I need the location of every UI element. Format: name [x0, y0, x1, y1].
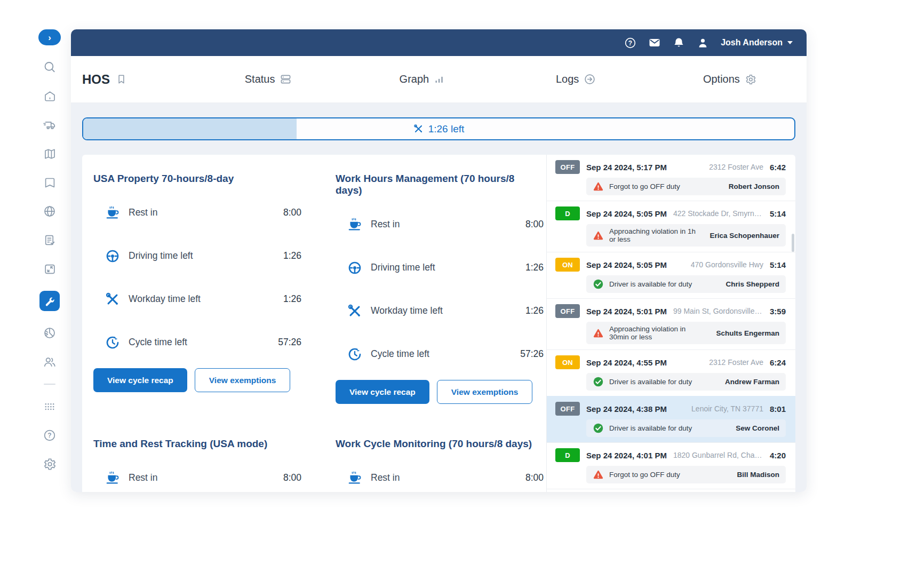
- metric-row: Rest in 8:00: [336, 203, 544, 246]
- card-title: Time and Rest Tracking (USA mode): [93, 438, 301, 450]
- sidebar-document-check-icon[interactable]: [43, 233, 57, 247]
- check-icon: [593, 423, 604, 434]
- user-icon[interactable]: [697, 37, 709, 49]
- driver-name: Robert Jonson: [723, 182, 779, 190]
- cup-icon: [105, 470, 121, 486]
- svg-text:?: ?: [47, 432, 51, 439]
- sidebar-collapse-icon[interactable]: [43, 262, 57, 276]
- user-name: Josh Anderson: [721, 38, 783, 47]
- page-title: HOS: [82, 72, 110, 87]
- time-left-text: 1:26 left: [428, 123, 465, 135]
- tab-label: Logs: [556, 73, 579, 85]
- card-work-hours: Work Hours Management (70 hours/8 days) …: [336, 165, 544, 404]
- activity-entry[interactable]: D Sep 24 2024, 4:01 PM 1820 Gunbarrel Rd…: [547, 442, 795, 489]
- activity-entry[interactable]: OFF Sep 24 2024, 5:01 PM 99 Main St, Gor…: [547, 298, 795, 349]
- entry-timestamp: Sep 24 2024, 4:55 PM: [586, 358, 667, 367]
- tab-label: Status: [245, 73, 275, 85]
- metric-label: Driving time left: [129, 250, 275, 261]
- sidebar-divider: [44, 384, 55, 385]
- sidebar-gear-icon[interactable]: [43, 457, 57, 471]
- app-window: ? Josh Anderson HOS: [71, 29, 807, 492]
- card-title: USA Property 70-hours/8-day: [93, 173, 301, 185]
- metric-value: 1:26: [283, 293, 301, 305]
- entry-timestamp: Sep 24 2024, 5:17 PM: [586, 163, 667, 172]
- bookmark-icon: [116, 74, 127, 85]
- gauge-label: 1:26 left: [83, 118, 794, 139]
- activity-entry[interactable]: D Sep 24 2024, 5:05 PM 422 Stockade Dr, …: [547, 201, 795, 252]
- metric-label: Workday time left: [129, 293, 275, 305]
- duty-status-badge: ON: [555, 258, 580, 272]
- sidebar-map-icon[interactable]: [43, 147, 57, 161]
- sidebar-search-icon[interactable]: [43, 60, 57, 74]
- tab-status[interactable]: Status: [192, 73, 345, 85]
- hos-cards: USA Property 70-hours/8-day Rest in 8:00…: [82, 155, 546, 492]
- tab-logs[interactable]: Logs: [499, 73, 653, 85]
- tab-graph[interactable]: Graph: [345, 73, 499, 85]
- scrollbar-thumb[interactable]: [792, 234, 794, 252]
- activity-entry[interactable]: OFF Sep 24 2024, 4:38 PM Lenoir City, TN…: [547, 396, 795, 442]
- sidebar-users-icon[interactable]: [43, 355, 57, 369]
- activity-entry[interactable]: ON Sep 24 2024, 4:55 PM 2312 Foster Ave …: [547, 349, 795, 396]
- metric-row: Driving time left 1:26: [336, 246, 544, 289]
- graph-icon: [434, 74, 445, 85]
- sidebar-globe-icon[interactable]: [43, 204, 57, 218]
- sidebar-bookmark-tab-icon[interactable]: [43, 176, 57, 189]
- user-menu[interactable]: Josh Anderson: [721, 38, 793, 47]
- tab-options[interactable]: Options: [653, 73, 807, 85]
- sidebar-wrench-icon[interactable]: [39, 291, 60, 311]
- view-cycle-recap-button[interactable]: View cycle recap: [93, 368, 187, 392]
- sidebar-help-icon[interactable]: ?: [43, 428, 57, 442]
- chevron-down-icon: [787, 41, 793, 44]
- metric-label: Cycle time left: [129, 337, 270, 348]
- metric-label: Workday time left: [371, 305, 517, 316]
- help-icon[interactable]: ?: [624, 37, 636, 49]
- sidebar-pie-chart-icon[interactable]: [43, 326, 57, 340]
- duty-status-badge: D: [555, 206, 580, 220]
- alert-text: Forgot to go OFF duty: [609, 182, 680, 190]
- duty-status-badge: OFF: [555, 402, 580, 416]
- driver-name: Bill Madison: [731, 471, 779, 479]
- entry-duration: 5:14: [770, 209, 786, 218]
- entry-alert: Forgot to go OFF duty Bill Madison: [586, 466, 786, 483]
- sidebar-home-icon[interactable]: [43, 89, 57, 103]
- metric-label: Cycle time left: [371, 348, 512, 360]
- alert-text: Approaching violation in 30min or less: [609, 325, 705, 341]
- card-title: Work Hours Management (70 hours/8 days): [336, 173, 544, 196]
- metric-value: 57:26: [520, 348, 544, 360]
- driver-name: Chris Shepperd: [720, 280, 779, 288]
- tab-label: Options: [703, 73, 740, 85]
- wheel-icon: [347, 260, 363, 276]
- entry-timestamp: Sep 24 2024, 5:05 PM: [586, 260, 667, 269]
- content-area: 1:26 left USA Property 70-hours/8-day Re…: [71, 103, 807, 492]
- activity-entry[interactable]: OFF Sep 24 2024, 5:17 PM 2312 Foster Ave…: [547, 155, 795, 201]
- activity-entry[interactable]: OFF Sep 24 2024, 3:58 PM 1100 Hammond Dr…: [547, 489, 795, 492]
- entry-duration: 5:14: [770, 260, 786, 269]
- metric-label: Driving time left: [371, 262, 517, 273]
- duty-status-badge: OFF: [555, 304, 580, 318]
- entry-duration: 8:01: [770, 404, 786, 414]
- metric-value: 1:26: [283, 250, 301, 261]
- card-usa-property: USA Property 70-hours/8-day Rest in 8:00…: [93, 165, 301, 404]
- view-cycle-recap-button[interactable]: View cycle recap: [336, 380, 429, 404]
- entry-alert: Driver is available for duty Andrew Farm…: [586, 373, 786, 391]
- bell-icon[interactable]: [673, 37, 685, 49]
- page-title-block: HOS: [82, 72, 192, 87]
- entry-address: Lenoir City, TN 37771: [691, 404, 763, 413]
- check-icon: [593, 376, 604, 387]
- cup-icon: [347, 217, 363, 233]
- view-exemptions-button[interactable]: View exemptions: [437, 380, 532, 404]
- metric-label: Rest in: [129, 472, 275, 483]
- sidebar-apps-grid-icon[interactable]: [43, 400, 57, 414]
- card-title: Work Cycle Monitoring (70 hours/8 days): [336, 438, 544, 450]
- sidebar-truck-icon[interactable]: [43, 118, 57, 132]
- status-icon: [280, 73, 292, 85]
- metric-row: Cycle time left 57:26: [336, 332, 544, 376]
- entry-alert: Driver is available for duty Sew Coronel: [586, 419, 786, 437]
- entry-duration: 6:24: [770, 358, 786, 367]
- activity-entry[interactable]: ON Sep 24 2024, 5:05 PM 470 Gordonsville…: [547, 252, 795, 298]
- mail-icon[interactable]: [648, 36, 661, 49]
- duty-status-badge: ON: [555, 355, 580, 369]
- sidebar-expand-icon[interactable]: ›: [38, 29, 61, 45]
- tools-icon: [347, 303, 363, 319]
- view-exemptions-button[interactable]: View exemptions: [195, 368, 290, 392]
